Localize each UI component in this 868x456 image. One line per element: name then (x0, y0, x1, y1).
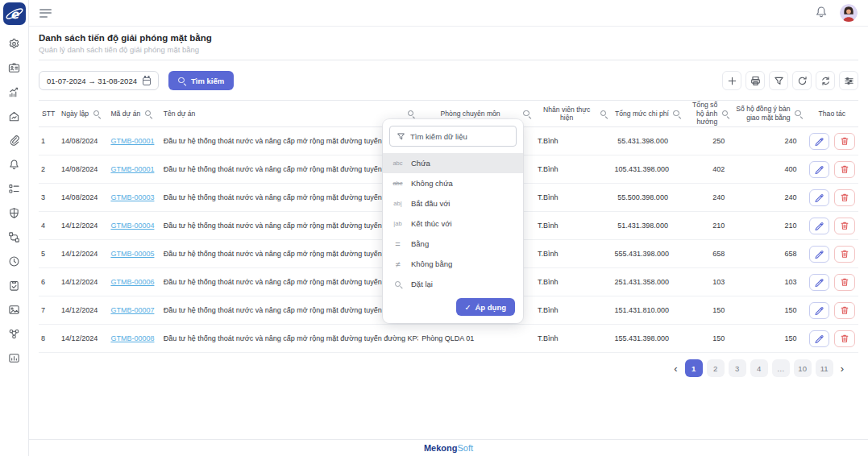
column-search-icon[interactable] (795, 110, 803, 118)
filter-option[interactable]: Không bằng (383, 254, 523, 274)
filter-option-icon (391, 200, 405, 207)
prev-page-icon[interactable]: ‹ (671, 363, 680, 375)
filter-option[interactable]: Bằng (383, 234, 523, 254)
column-search-icon[interactable] (144, 110, 152, 118)
delete-button[interactable] (834, 189, 855, 206)
project-code-link[interactable]: GTMB-00003 (110, 193, 154, 201)
clipboard-check-icon[interactable] (0, 273, 29, 297)
column-search-icon[interactable] (93, 110, 101, 118)
project-name: Đầu tư hệ thống thoát nước và nâng cấp m… (160, 268, 419, 296)
filter-options: Chứa Không chứa Bắt đầu với Kết thúc với… (383, 153, 523, 294)
row-date: 14/12/2024 (58, 268, 107, 296)
edit-button[interactable] (809, 218, 830, 234)
search-button[interactable]: Tìm kiếm (168, 71, 234, 90)
filter-option[interactable]: Đặt lại (383, 274, 523, 294)
delete-button[interactable] (834, 161, 855, 178)
row-index: 1 (39, 127, 58, 155)
page-button-2[interactable]: 2 (707, 359, 725, 377)
alert-icon[interactable] (0, 152, 29, 176)
delete-button[interactable] (834, 246, 855, 263)
media-chart-icon[interactable] (0, 346, 29, 370)
column-search-icon[interactable] (523, 110, 531, 118)
project-name: Đầu tư hệ thống thoát nước và nâng cấp m… (160, 325, 419, 353)
checklist-icon[interactable] (0, 176, 29, 201)
share-nodes-icon[interactable] (0, 321, 29, 346)
delete-button[interactable] (834, 330, 855, 347)
page-button-1[interactable]: 1 (685, 359, 703, 377)
edit-button[interactable] (809, 274, 830, 291)
filter-option-label: Chứa (411, 159, 430, 168)
page-button-3[interactable]: 3 (729, 359, 746, 377)
project-code-link[interactable]: GTMB-00008 (110, 334, 154, 342)
date-range-picker[interactable]: 01-07-2024 → 31-08-2024 (39, 71, 159, 90)
project-code-link[interactable]: GTMB-00001 (110, 137, 154, 145)
column-search-icon[interactable] (721, 110, 729, 118)
edit-button[interactable] (809, 189, 830, 206)
staff-name: T.Bình (534, 268, 611, 296)
settings-icon[interactable] (0, 31, 29, 56)
app-logo[interactable]: e (3, 2, 26, 25)
project-code-link[interactable]: GTMB-00007 (110, 306, 154, 314)
page-button-11[interactable]: 11 (816, 359, 833, 377)
column-search-icon[interactable] (673, 110, 681, 118)
user-avatar[interactable] (840, 4, 858, 22)
delete-button[interactable] (834, 274, 855, 291)
sync-button[interactable] (816, 71, 835, 90)
id-card-icon[interactable] (0, 56, 29, 80)
column-search-icon[interactable] (600, 110, 608, 118)
project-code-link[interactable]: GTMB-00006 (110, 278, 154, 286)
page-button-10[interactable]: 10 (794, 359, 812, 377)
add-button[interactable] (722, 71, 741, 90)
total-cost: 55.431.398.000 (611, 127, 683, 155)
project-code-link[interactable]: GTMB-00004 (110, 222, 154, 230)
edit-button[interactable] (809, 161, 830, 178)
shield-icon[interactable] (0, 201, 29, 225)
affected-households: 402 (684, 155, 733, 184)
filter-button[interactable] (769, 71, 788, 90)
edit-button[interactable] (809, 246, 830, 263)
workflow-icon[interactable] (0, 225, 29, 249)
page-subtitle: Quản lý danh sách tiến độ giải phóng mặt… (39, 45, 858, 54)
history-icon[interactable] (0, 249, 29, 273)
column-settings-icon[interactable] (839, 71, 858, 90)
project-code-link[interactable]: GTMB-00005 (110, 250, 154, 258)
affected-households: 210 (684, 212, 733, 240)
page-button-4[interactable]: 4 (750, 359, 768, 377)
analytics-icon[interactable] (0, 80, 29, 104)
delete-button[interactable] (834, 302, 855, 319)
filter-option[interactable]: Kết thúc với (383, 213, 523, 234)
notification-bell-icon[interactable] (815, 6, 828, 21)
staff-name: T.Bình (534, 155, 611, 184)
export-button[interactable] (745, 71, 765, 90)
apply-button[interactable]: ✓ Áp dụng (456, 298, 515, 316)
edit-button[interactable] (809, 133, 830, 150)
page-title: Danh sách tiến độ giải phóng mặt bằng (39, 33, 858, 43)
row-date: 14/12/2024 (58, 240, 107, 268)
page-button-…[interactable]: … (772, 359, 790, 377)
filter-option[interactable]: Chứa (383, 153, 523, 173)
filter-option[interactable]: Bắt đầu với (383, 193, 523, 213)
attachment-icon[interactable] (0, 128, 29, 152)
edit-button[interactable] (809, 302, 830, 319)
delete-button[interactable] (834, 133, 855, 150)
next-page-icon[interactable]: › (837, 363, 847, 375)
agreed-households: 150 (733, 296, 805, 325)
refresh-button[interactable] (792, 71, 812, 90)
filter-option[interactable]: Không chứa (383, 173, 523, 193)
filter-option-label: Bằng (411, 239, 429, 248)
total-cost: 51.431.398.000 (611, 212, 683, 240)
row-date: 14/12/2024 (58, 296, 107, 325)
agreed-households: 103 (733, 268, 805, 296)
column-search-icon[interactable] (407, 110, 415, 118)
delete-button[interactable] (834, 218, 855, 234)
footer-brand: Mekong (424, 443, 458, 453)
edit-button[interactable] (809, 330, 830, 347)
home-chart-icon[interactable] (0, 104, 29, 128)
filter-search-input[interactable] (410, 132, 509, 141)
menu-icon[interactable] (39, 9, 52, 18)
row-index: 4 (39, 212, 58, 240)
project-name: Đầu tư hệ thống thoát nước và nâng cấp m… (160, 184, 419, 212)
project-code-link[interactable]: GTMB-00001 (110, 165, 154, 173)
gallery-icon[interactable] (0, 297, 29, 321)
affected-households: 658 (684, 240, 733, 268)
